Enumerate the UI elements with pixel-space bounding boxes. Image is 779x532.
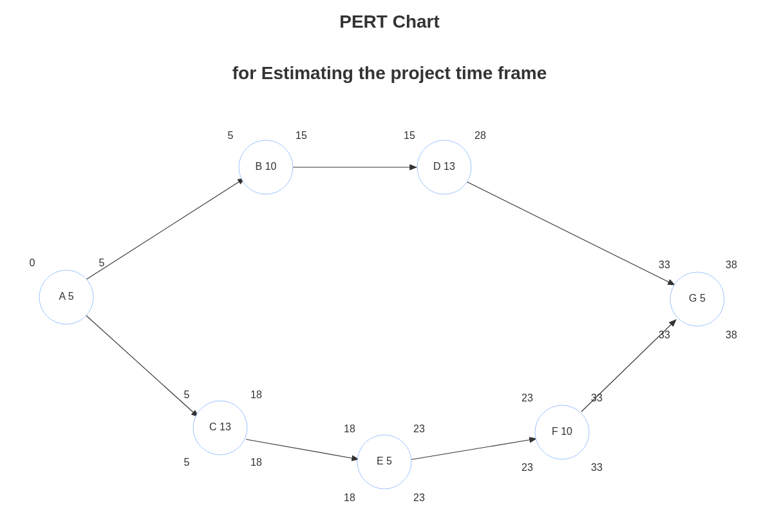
pert-diagram: A 5 0 5 B 10 5 15 D 13 15 28 C 13 5 18 5… <box>0 0 779 532</box>
node-F: F 10 23 33 23 33 <box>521 392 603 473</box>
node-A-label: A 5 <box>59 291 73 302</box>
edge-A-C <box>84 313 198 417</box>
node-B-tl: 5 <box>228 130 234 141</box>
node-E-tl: 18 <box>344 423 355 434</box>
node-G-bl: 33 <box>659 329 670 340</box>
node-F-label: F 10 <box>552 426 572 437</box>
node-D: D 13 15 28 <box>404 130 486 194</box>
node-G: G 5 33 38 33 38 <box>659 259 737 340</box>
node-G-tr: 38 <box>726 259 737 270</box>
node-B: B 10 5 15 <box>228 130 307 194</box>
node-C-tl: 5 <box>184 389 190 400</box>
node-E-br: 23 <box>413 492 425 503</box>
node-E-bl: 18 <box>344 492 355 503</box>
node-G-label: G 5 <box>689 293 706 304</box>
node-B-label: B 10 <box>256 161 277 172</box>
node-D-tl: 15 <box>404 130 415 141</box>
node-A-tr: 5 <box>99 257 105 268</box>
edges <box>84 167 676 460</box>
node-C-bl: 5 <box>184 457 190 468</box>
node-F-br: 33 <box>591 462 603 473</box>
node-G-br: 38 <box>726 329 737 340</box>
node-C-tr: 18 <box>250 389 262 400</box>
node-A: A 5 0 5 <box>30 257 105 324</box>
node-C-label: C 13 <box>209 421 231 432</box>
node-A-tl: 0 <box>30 257 35 268</box>
node-C-br: 18 <box>250 457 262 468</box>
node-C: C 13 5 18 5 18 <box>184 389 262 468</box>
node-F-tl: 23 <box>521 392 533 403</box>
edge-A-B <box>84 178 245 281</box>
node-B-tr: 15 <box>296 130 307 141</box>
edge-E-F <box>409 439 536 460</box>
node-E-tr: 23 <box>413 423 425 434</box>
edge-C-E <box>246 439 359 459</box>
node-E-label: E 5 <box>377 455 392 466</box>
edge-D-G <box>464 180 675 285</box>
node-F-bl: 23 <box>521 462 533 473</box>
node-D-tr: 28 <box>474 130 486 141</box>
node-F-tr: 33 <box>591 392 603 403</box>
node-E: E 5 18 23 18 23 <box>344 423 425 503</box>
node-D-label: D 13 <box>433 161 455 172</box>
node-G-tl: 33 <box>659 259 670 270</box>
